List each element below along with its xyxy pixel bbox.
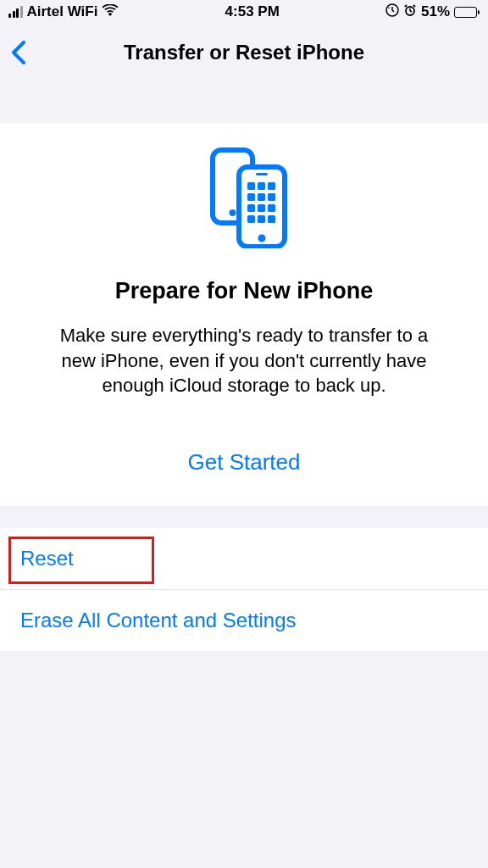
- hero-title: Prepare for New iPhone: [34, 278, 454, 304]
- status-left: Airtel WiFi: [8, 3, 119, 21]
- navigation-bar: Transfer or Reset iPhone: [0, 24, 488, 81]
- svg-rect-20: [247, 215, 255, 223]
- battery-icon: [454, 7, 480, 18]
- svg-rect-22: [268, 215, 275, 223]
- main-content: Prepare for New iPhone Make sure everyth…: [0, 123, 488, 668]
- svg-rect-21: [258, 215, 265, 223]
- chevron-left-icon: [11, 41, 25, 64]
- status-time: 4:53 PM: [225, 3, 280, 20]
- status-right: 51%: [385, 3, 480, 21]
- svg-point-9: [258, 235, 265, 242]
- phones-icon: [34, 147, 454, 248]
- battery-percent: 51%: [421, 3, 450, 20]
- carrier-label: Airtel WiFi: [27, 3, 98, 20]
- bottom-spacer: [0, 651, 488, 668]
- signal-icon: [8, 6, 23, 18]
- svg-rect-10: [256, 173, 268, 175]
- erase-all-option[interactable]: Erase All Content and Settings: [0, 590, 488, 651]
- section-divider: [0, 506, 488, 528]
- reset-option[interactable]: Reset: [0, 528, 488, 590]
- svg-rect-14: [247, 193, 255, 201]
- svg-rect-17: [247, 204, 255, 212]
- svg-rect-19: [268, 204, 275, 212]
- hero-section: Prepare for New iPhone Make sure everyth…: [0, 123, 488, 506]
- hero-description: Make sure everything's ready to transfer…: [34, 323, 454, 398]
- svg-point-7: [229, 209, 236, 216]
- svg-rect-15: [258, 193, 265, 201]
- svg-rect-12: [258, 182, 265, 190]
- wifi-icon: [102, 3, 119, 21]
- options-list: Reset Erase All Content and Settings: [0, 528, 488, 651]
- svg-line-3: [410, 11, 412, 12]
- svg-rect-11: [247, 182, 255, 190]
- page-title: Transfer or Reset iPhone: [124, 41, 364, 64]
- rotation-lock-icon: [385, 3, 399, 21]
- status-bar: Airtel WiFi 4:53 PM 51%: [0, 0, 488, 24]
- svg-rect-13: [268, 182, 275, 190]
- get-started-button[interactable]: Get Started: [34, 449, 454, 476]
- back-button[interactable]: [7, 36, 41, 70]
- alarm-icon: [403, 3, 417, 21]
- svg-line-4: [405, 5, 407, 7]
- svg-rect-18: [258, 204, 265, 212]
- svg-rect-16: [268, 193, 275, 201]
- svg-line-5: [413, 5, 415, 7]
